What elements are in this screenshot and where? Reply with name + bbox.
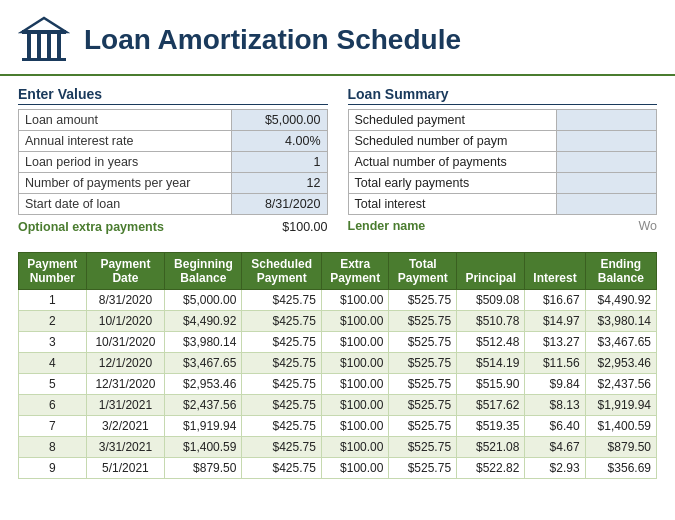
table-cell: $525.75 (389, 416, 457, 437)
table-cell: $1,919.94 (585, 395, 656, 416)
table-cell: $100.00 (321, 395, 389, 416)
table-cell: $879.50 (165, 458, 242, 479)
input-row: Number of payments per year12 (19, 173, 328, 194)
input-row: Loan period in years1 (19, 152, 328, 173)
table-cell: 5 (19, 374, 87, 395)
table-cell: $425.75 (242, 353, 321, 374)
amort-header-cell: PaymentNumber (19, 253, 87, 290)
table-cell: $356.69 (585, 458, 656, 479)
table-cell: $16.67 (525, 290, 585, 311)
amort-header-cell: Principal (457, 253, 525, 290)
summary-row: Total early payments (348, 173, 657, 194)
table-cell: $3,467.65 (165, 353, 242, 374)
input-table: Loan amount$5,000.00Annual interest rate… (18, 109, 328, 215)
table-row: 210/1/2020$4,490.92$425.75$100.00$525.75… (19, 311, 657, 332)
loan-summary-title: Loan Summary (348, 86, 658, 105)
amortization-table-section: PaymentNumberPaymentDateBeginningBalance… (0, 244, 675, 479)
table-cell: $522.82 (457, 458, 525, 479)
table-cell: 7 (19, 416, 87, 437)
table-cell: 8/31/2020 (86, 290, 165, 311)
extra-payments-label: Optional extra payments (18, 220, 164, 234)
amort-header-cell: ScheduledPayment (242, 253, 321, 290)
table-cell: $510.78 (457, 311, 525, 332)
table-cell: 2 (19, 311, 87, 332)
bank-icon (18, 14, 70, 66)
table-cell: $14.97 (525, 311, 585, 332)
enter-values-title: Enter Values (18, 86, 328, 105)
table-cell: $1,400.59 (585, 416, 656, 437)
svg-rect-2 (27, 32, 31, 58)
table-cell: $425.75 (242, 374, 321, 395)
summary-label: Scheduled payment (348, 110, 556, 131)
table-cell: $517.62 (457, 395, 525, 416)
summary-value (556, 152, 656, 173)
summary-label: Scheduled number of paym (348, 131, 556, 152)
summary-label: Total interest (348, 194, 556, 215)
table-cell: 12/1/2020 (86, 353, 165, 374)
summary-row: Scheduled number of paym (348, 131, 657, 152)
table-cell: 1 (19, 290, 87, 311)
table-cell: $100.00 (321, 458, 389, 479)
summary-label: Actual number of payments (348, 152, 556, 173)
table-row: 18/31/2020$5,000.00$425.75$100.00$525.75… (19, 290, 657, 311)
table-cell: $425.75 (242, 437, 321, 458)
table-cell: $525.75 (389, 374, 457, 395)
table-cell: $525.75 (389, 311, 457, 332)
table-cell: $6.40 (525, 416, 585, 437)
table-cell: $425.75 (242, 458, 321, 479)
table-cell: $13.27 (525, 332, 585, 353)
input-row: Annual interest rate4.00% (19, 131, 328, 152)
field-value[interactable]: 8/31/2020 (231, 194, 327, 215)
table-cell: $525.75 (389, 332, 457, 353)
field-label: Annual interest rate (19, 131, 232, 152)
field-value[interactable]: 4.00% (231, 131, 327, 152)
amortization-table: PaymentNumberPaymentDateBeginningBalance… (18, 252, 657, 479)
table-cell: 6 (19, 395, 87, 416)
field-value[interactable]: 1 (231, 152, 327, 173)
summary-row: Total interest (348, 194, 657, 215)
table-cell: $100.00 (321, 416, 389, 437)
svg-rect-3 (37, 32, 41, 58)
table-cell: $509.08 (457, 290, 525, 311)
table-row: 95/1/2021$879.50$425.75$100.00$525.75$52… (19, 458, 657, 479)
table-cell: $1,400.59 (165, 437, 242, 458)
table-row: 512/31/2020$2,953.46$425.75$100.00$525.7… (19, 374, 657, 395)
amort-header-cell: BeginningBalance (165, 253, 242, 290)
table-cell: $525.75 (389, 353, 457, 374)
field-label: Start date of loan (19, 194, 232, 215)
lender-label: Lender name (348, 219, 426, 233)
table-cell: $5,000.00 (165, 290, 242, 311)
table-cell: $100.00 (321, 311, 389, 332)
table-cell: $521.08 (457, 437, 525, 458)
input-row: Start date of loan8/31/2020 (19, 194, 328, 215)
table-cell: 3/31/2021 (86, 437, 165, 458)
table-cell: $100.00 (321, 374, 389, 395)
table-cell: 5/1/2021 (86, 458, 165, 479)
amort-header-cell: Interest (525, 253, 585, 290)
field-label: Loan period in years (19, 152, 232, 173)
table-cell: $2,953.46 (165, 374, 242, 395)
summary-value (556, 194, 656, 215)
svg-rect-6 (22, 30, 66, 34)
page-header: Loan Amortization Schedule (0, 0, 675, 76)
summary-label: Total early payments (348, 173, 556, 194)
table-cell: $4.67 (525, 437, 585, 458)
summary-row: Scheduled payment (348, 110, 657, 131)
table-cell: $3,980.14 (165, 332, 242, 353)
table-cell: $514.19 (457, 353, 525, 374)
table-cell: 9 (19, 458, 87, 479)
table-cell: 3 (19, 332, 87, 353)
field-value[interactable]: 12 (231, 173, 327, 194)
table-cell: $100.00 (321, 332, 389, 353)
table-row: 412/1/2020$3,467.65$425.75$100.00$525.75… (19, 353, 657, 374)
table-cell: $3,467.65 (585, 332, 656, 353)
field-value[interactable]: $5,000.00 (231, 110, 327, 131)
enter-values-section: Enter Values Loan amount$5,000.00Annual … (18, 86, 328, 234)
table-cell: $4,490.92 (585, 290, 656, 311)
table-cell: $8.13 (525, 395, 585, 416)
table-row: 83/31/2021$1,400.59$425.75$100.00$525.75… (19, 437, 657, 458)
table-cell: 8 (19, 437, 87, 458)
table-cell: $2,437.56 (585, 374, 656, 395)
table-cell: $11.56 (525, 353, 585, 374)
table-cell: $2,953.46 (585, 353, 656, 374)
